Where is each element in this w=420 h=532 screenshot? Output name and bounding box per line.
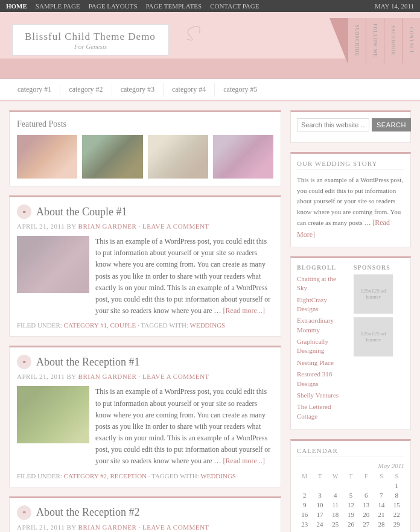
blogroll-link[interactable]: Nesting Place [297,358,348,367]
blogroll-links: Chatting at the SkyEightCrazy DesignsExt… [297,274,348,421]
calendar-day: 26 [343,519,358,529]
blogroll-link[interactable]: Chatting at the Sky [297,274,348,293]
site-title: Blissful Child Theme Demo [25,31,156,43]
sponsor-ad-1[interactable]: 125x125 ad banner [354,274,393,314]
header-icon-contact[interactable]: CONTACT [402,18,420,63]
calendar-day [374,529,389,532]
top-nav-link[interactable]: PAGE TEMPLATES [146,2,202,10]
header-icon-follow-me[interactable]: FOLLOW ME [366,18,384,63]
post-category-link[interactable]: CATEGORY #1 [64,321,107,329]
site-header: Blissful Child Theme Demo For Genesis SU… [0,12,420,78]
cat-nav-item[interactable]: category #4 [164,83,215,97]
search-input[interactable] [297,118,369,131]
blogroll-link[interactable]: Extraordinary Mommy [297,316,348,335]
post-rings-icon: ⚭ [17,505,31,520]
post-tag-link[interactable]: WEDDINGS [190,321,226,329]
top-nav-link[interactable]: CONTACT PAGE [210,2,259,10]
featured-images-row [17,135,273,179]
post-title-text[interactable]: About the Reception #2 [36,506,139,519]
post-title: ⚭About the Couple #1 [17,204,273,219]
calendar-table: MTWTFSS 12345678910111213141516171819202… [297,472,404,532]
post-author[interactable]: BRIAN GARDNER [78,373,137,380]
post-title-text[interactable]: About the Reception #1 [36,356,139,369]
calendar-day: 25 [328,519,343,529]
header-icons: SUBSCRIBEFOLLOW MEFACEBOOKCONTACT [348,18,420,63]
blogroll-column: BLOGROLL Chatting at the SkyEightCrazy D… [297,264,348,423]
blogroll-link[interactable]: Shelly Ventures [297,391,348,400]
blogroll-link[interactable]: Restored 316 Designs [297,370,348,388]
post-comment-link[interactable]: LEAVE A COMMENT [142,373,209,380]
post-category-link[interactable]: RECEPTION [110,472,147,480]
calendar-day [358,529,374,532]
post-footer: FILED UNDER: CATEGORY #1, COUPLE · TAGGE… [17,321,273,329]
post-title: ⚭About the Reception #1 [17,355,273,369]
post-text: This is an example of a WordPress post, … [95,236,273,317]
post-text: This is an example of a WordPress post, … [95,386,273,467]
blogroll-title: BLOGROLL [297,264,348,271]
posts-container: ⚭About the Couple #1APRIL 21, 2011 BY BR… [9,195,281,532]
calendar-day: 2 [297,490,312,500]
post-comment-link[interactable]: LEAVE A COMMENT [142,223,209,230]
post-author[interactable]: BRIAN GARDNER [78,524,137,531]
post-read-more[interactable]: [Read more...] [223,457,265,465]
calendar-day: 20 [358,510,374,519]
post-body: This is an example of a WordPress post, … [17,236,273,317]
our-story-text: This is an example of a WordPress post, … [297,175,404,241]
our-story-title: OUR WEDDING STORY [297,160,404,170]
calendar-day-header: S [389,472,404,481]
calendar-day: 9 [297,500,312,510]
header-icon-subscribe[interactable]: SUBSCRIBE [348,18,366,63]
top-navigation: HOMESAMPLE PAGEPAGE LAYOUTSPAGE TEMPLATE… [0,0,420,12]
our-story-widget: OUR WEDDING STORY This is an example of … [290,152,411,247]
header-icon-facebook[interactable]: FACEBOOK [384,18,402,63]
search-button[interactable]: SEARCH [372,118,411,131]
calendar-day: 7 [374,490,389,500]
cat-nav-item[interactable]: category #5 [215,83,266,97]
blogroll-link[interactable]: EightCrazy Designs [297,296,348,314]
featured-image-1 [17,135,77,179]
post-comment-link[interactable]: LEAVE A COMMENT [142,524,209,531]
top-nav-link[interactable]: SAMPLE PAGE [36,2,80,10]
post-read-more[interactable]: [Read more...] [223,306,265,315]
top-nav-link[interactable]: HOME [6,2,27,10]
cat-nav-item[interactable]: category #1 [9,83,60,97]
calendar-day: 16 [297,510,312,519]
post-thumbnail [17,236,89,293]
site-title-block: Blissful Child Theme Demo For Genesis [12,24,169,55]
cat-nav-item[interactable]: category #2 [60,83,112,97]
post-category-link[interactable]: COUPLE [110,321,136,329]
blogroll-link[interactable]: The Lettered Cottage [297,402,348,421]
calendar-day [297,481,312,490]
sponsors-column: SPONSORS 125x125 ad banner125x125 ad ban… [354,264,404,423]
post-rings-icon: ⚭ [17,355,31,369]
calendar-day: 11 [328,500,343,510]
post-author[interactable]: BRIAN GARDNER [78,223,137,230]
featured-image-4 [213,135,273,179]
post-tag-link[interactable]: WEDDINGS [200,472,236,480]
calendar-day: 28 [374,519,389,529]
top-nav-links: HOMESAMPLE PAGEPAGE LAYOUTSPAGE TEMPLATE… [6,2,267,10]
top-nav-link[interactable]: PAGE LAYOUTS [89,2,138,10]
sponsor-ad-2[interactable]: 125x125 ad banner [354,317,393,356]
calendar-day: 18 [328,510,343,519]
decorative-swirl-right [175,21,205,45]
calendar-day: 13 [358,500,374,510]
featured-image-3 [148,135,208,179]
post-rings-icon: ⚭ [17,204,31,219]
calendar-day-header: S [374,472,389,481]
blogroll-link[interactable]: Graphically Designing [297,337,348,356]
post-meta: APRIL 21, 2011 BY BRIAN GARDNER · LEAVE … [17,223,273,230]
calendar-day: 21 [374,510,389,519]
calendar-day: 6 [358,490,374,500]
calendar-day [374,481,389,490]
post-category-link[interactable]: CATEGORY #2 [64,472,107,480]
calendar-day: 15 [389,500,404,510]
post-title-text[interactable]: About the Couple #1 [36,206,127,218]
calendar-day: 23 [297,519,312,529]
post-thumbnail [17,386,89,443]
calendar-day [328,481,343,490]
cat-nav-item[interactable]: category #3 [112,83,164,97]
featured-posts-widget: Featured Posts [9,110,281,186]
calendar-day: 22 [389,510,404,519]
calendar-day: 3 [312,490,327,500]
